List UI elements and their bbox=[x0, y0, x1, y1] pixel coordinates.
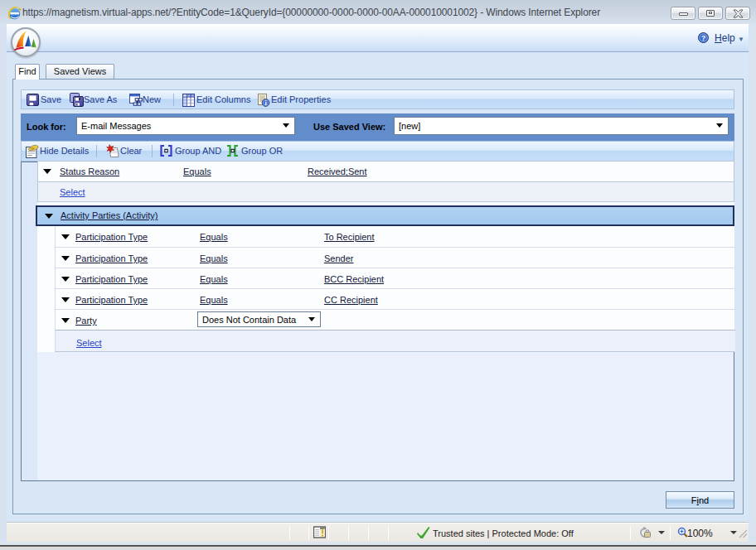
svg-text:?: ? bbox=[701, 34, 705, 42]
